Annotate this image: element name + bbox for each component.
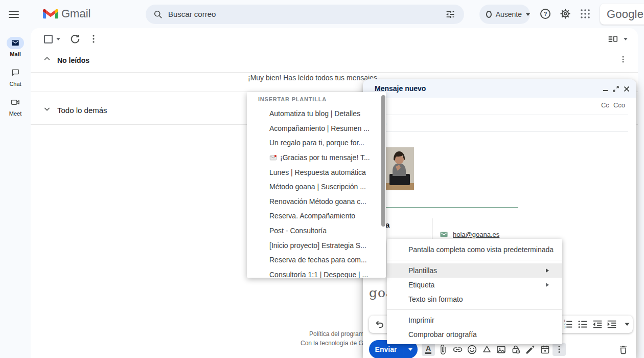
insert-template-submenu: INSERTAR PLANTILLA Automatiza tu blog | … bbox=[247, 92, 386, 278]
select-dropdown-caret-icon[interactable] bbox=[56, 38, 60, 40]
insert-image-icon[interactable] bbox=[494, 343, 508, 356]
close-icon[interactable] bbox=[623, 85, 631, 93]
menu-item-comprobar-ortografia[interactable]: Comprobar ortografía bbox=[387, 327, 562, 342]
insert-drive-icon[interactable] bbox=[480, 343, 493, 356]
mail-label: Mail bbox=[0, 51, 31, 57]
chat-pill bbox=[7, 66, 24, 79]
template-item-label: Método goana | Suscripción ... bbox=[269, 183, 366, 191]
minimize-icon[interactable] bbox=[602, 85, 610, 93]
envelope-emoji-icon bbox=[269, 154, 277, 162]
menu-item-fullscreen-default[interactable]: Pantalla completa como vista predetermin… bbox=[387, 242, 562, 257]
gmail-wordmark: Gmail bbox=[61, 7, 90, 20]
menu-item-plantillas[interactable]: Plantillas bbox=[387, 263, 562, 278]
indent-decrease-icon[interactable] bbox=[592, 319, 603, 330]
footer-program-policy-link[interactable]: Política del programa bbox=[309, 330, 367, 338]
template-scrollbar-thumb[interactable] bbox=[381, 95, 385, 227]
google-wordmark: Google bbox=[607, 8, 643, 21]
google-logo-panel: Google bbox=[600, 4, 644, 25]
sidebar-item-mail[interactable]: Mail bbox=[0, 37, 31, 57]
sidebar-item-meet[interactable]: Meet bbox=[0, 96, 31, 117]
signature-divider bbox=[385, 207, 518, 208]
template-item-label: Post - Consultoría bbox=[269, 227, 327, 235]
template-item[interactable]: Reserva. Acompañamiento bbox=[247, 209, 386, 223]
hamburger-menu-icon[interactable] bbox=[7, 8, 20, 21]
template-item-label: [Inicio proyecto] Estrategia S... bbox=[269, 241, 366, 250]
bulleted-list-icon[interactable] bbox=[577, 319, 588, 330]
caret-down-icon bbox=[408, 348, 412, 351]
gmail-logo-icon[interactable] bbox=[43, 8, 58, 20]
template-item[interactable]: ¡Gracias por tu mensaje! T... bbox=[247, 150, 386, 165]
help-icon[interactable]: ? bbox=[539, 8, 551, 20]
search-icon[interactable] bbox=[153, 9, 163, 19]
bcc-button[interactable]: Cco bbox=[613, 101, 625, 109]
unread-collapse-chevron-up-icon[interactable] bbox=[43, 55, 51, 63]
availability-status-chip[interactable]: Ausente bbox=[479, 5, 530, 24]
undo-icon[interactable] bbox=[374, 319, 385, 330]
template-item[interactable]: Renovación Método goana c... bbox=[247, 194, 386, 209]
menu-item-etiqueta[interactable]: Etiqueta bbox=[387, 278, 562, 292]
template-item[interactable]: Post - Consultoría bbox=[247, 223, 386, 238]
recipients-row: CcCco bbox=[597, 101, 625, 109]
divider bbox=[31, 72, 638, 73]
top-bar: Gmail Buscar correo Ausente ? Google bbox=[0, 0, 644, 28]
menu-item-texto-sin-formato[interactable]: Texto sin formato bbox=[387, 292, 562, 306]
indent-increase-icon[interactable] bbox=[606, 319, 617, 330]
template-item[interactable]: Reserva de fechas para com... bbox=[247, 253, 386, 267]
popout-icon[interactable] bbox=[612, 85, 620, 93]
template-item[interactable]: Lunes | Respuesta automática bbox=[247, 165, 386, 180]
unread-section-header[interactable]: No leídos bbox=[57, 56, 89, 64]
svg-text:?: ? bbox=[544, 11, 547, 17]
signature-email-link[interactable]: hola@goana.es bbox=[453, 231, 499, 238]
insert-link-icon[interactable] bbox=[451, 343, 464, 356]
chat-label: Chat bbox=[0, 81, 31, 87]
refresh-icon[interactable] bbox=[70, 33, 82, 46]
discard-draft-trash-icon[interactable] bbox=[616, 343, 630, 356]
menu-item-imprimir[interactable]: Imprimir bbox=[387, 313, 562, 327]
chat-icon bbox=[11, 68, 20, 77]
compose-header[interactable]: Mensaje nuevo bbox=[363, 79, 636, 98]
attach-file-icon[interactable] bbox=[436, 343, 449, 356]
signature-photo bbox=[385, 147, 414, 190]
divider bbox=[371, 131, 628, 132]
confidential-mode-icon[interactable] bbox=[509, 343, 522, 356]
template-item[interactable]: [Inicio proyecto] Estrategia S... bbox=[247, 238, 386, 253]
meet-camera-icon bbox=[10, 97, 20, 107]
calendar-event-icon[interactable] bbox=[538, 343, 551, 356]
menu-item-label: Etiqueta bbox=[408, 281, 434, 289]
search-input[interactable]: Buscar correo bbox=[168, 10, 216, 18]
submenu-arrow-icon bbox=[546, 283, 549, 287]
reading-pane-toggle-icon[interactable] bbox=[607, 33, 619, 46]
more-compose-options-icon[interactable] bbox=[553, 343, 566, 356]
template-item[interactable]: Automatiza tu blog | Detalles bbox=[247, 106, 386, 121]
insert-emoji-icon[interactable] bbox=[465, 343, 478, 356]
numbered-list-icon[interactable]: 123 bbox=[562, 319, 573, 330]
unread-section-more-icon[interactable] bbox=[618, 55, 628, 64]
template-item[interactable]: Método goana | Suscripción ... bbox=[247, 180, 386, 194]
template-item[interactable]: Un regalo para ti, porque for... bbox=[247, 136, 386, 150]
meet-label: Meet bbox=[0, 110, 31, 117]
insert-signature-pen-icon[interactable] bbox=[523, 343, 537, 356]
template-item[interactable]: Acompañamiento | Resumen ... bbox=[247, 121, 386, 136]
settings-gear-icon[interactable] bbox=[559, 8, 571, 20]
everything-else-section-header[interactable]: Todo lo demás bbox=[57, 106, 107, 115]
compose-options-context-menu: Pantalla completa como vista predetermin… bbox=[387, 239, 562, 344]
cc-button[interactable]: Cc bbox=[601, 101, 609, 109]
apps-grid-icon[interactable] bbox=[579, 8, 591, 20]
template-item-label: Un regalo para ti, porque for... bbox=[269, 139, 364, 147]
search-bar[interactable]: Buscar correo bbox=[146, 5, 464, 24]
compose-title: Mensaje nuevo bbox=[375, 84, 426, 93]
select-all-checkbox[interactable] bbox=[44, 35, 53, 43]
reading-pane-caret-icon[interactable] bbox=[624, 38, 628, 40]
menu-item-label: Imprimir bbox=[408, 316, 434, 324]
sidebar-item-chat[interactable]: Chat bbox=[0, 66, 31, 87]
status-away-icon bbox=[486, 11, 492, 18]
signature-envelope-icon bbox=[440, 230, 448, 239]
svg-text:3: 3 bbox=[564, 325, 566, 329]
template-item[interactable]: Consultoría 1:1 | Despegue | ... bbox=[247, 267, 386, 278]
more-options-icon[interactable] bbox=[88, 33, 100, 46]
text-formatting-button[interactable]: A bbox=[422, 343, 435, 356]
search-filters-icon[interactable] bbox=[445, 9, 456, 20]
everything-else-chevron-down-icon[interactable] bbox=[43, 105, 51, 113]
more-formatting-caret-icon[interactable] bbox=[625, 323, 630, 326]
template-item-label: Reserva. Acompañamiento bbox=[269, 212, 355, 220]
